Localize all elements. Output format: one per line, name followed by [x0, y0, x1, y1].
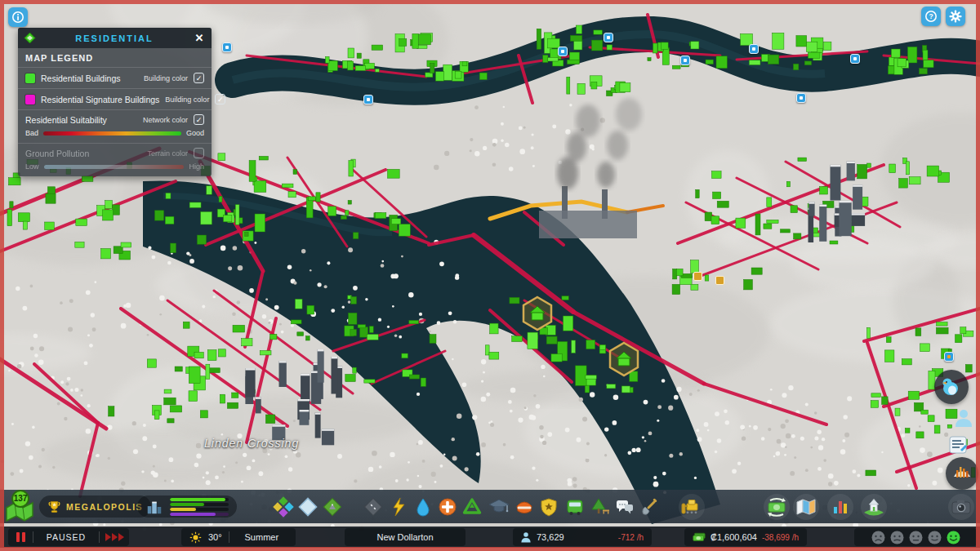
- main-toolbar: 137 MEGALOPOLIS: [0, 490, 980, 523]
- trophy-icon: [47, 500, 61, 513]
- network-color-checkbox[interactable]: ✓: [194, 114, 204, 125]
- toolbar-icon-landscaping[interactable]: [637, 495, 662, 519]
- population-icon: [521, 532, 531, 543]
- city-progress-icon: [145, 498, 163, 516]
- toolbar-icon-roads[interactable]: [361, 495, 385, 519]
- terrain-color-checkbox[interactable]: [194, 148, 204, 158]
- toolbar-icon-zones[interactable]: [271, 495, 296, 519]
- infoview-legend-panel: RESIDENTIAL ✕ MAP LEGEND Residential Bui…: [18, 28, 212, 176]
- money-widget[interactable]: ₡1,600,604 -38,699 /h: [684, 528, 807, 546]
- temperature-value: 30°: [208, 532, 222, 542]
- chirper-button[interactable]: [934, 370, 969, 404]
- city-level-value: 137: [11, 490, 29, 508]
- simulation-state-label: PAUSED: [33, 532, 99, 542]
- map-house-icon[interactable]: [715, 276, 724, 285]
- milestone-level-badge[interactable]: 137: [5, 490, 36, 523]
- info-mode-button[interactable]: [8, 7, 28, 27]
- money-rate: -38,699 /h: [762, 533, 799, 542]
- money-icon: [693, 532, 706, 542]
- signature-buildings-swatch: [25, 95, 35, 104]
- weather-widget[interactable]: 30° Summer: [181, 528, 296, 546]
- toolbar-icon-water[interactable]: [411, 495, 435, 519]
- map-transit-icon[interactable]: [749, 44, 759, 54]
- face-neutral-icon: [909, 531, 923, 544]
- citizen-icon: [953, 407, 974, 429]
- money-value: ₡1,600,604: [710, 532, 757, 542]
- toolbar-icon-progression[interactable]: [862, 495, 886, 519]
- residential-buildings-swatch: [25, 73, 35, 83]
- pause-button[interactable]: [8, 528, 33, 546]
- map-badge-residential-2[interactable]: [608, 341, 640, 377]
- toolbar-icon-economy[interactable]: [764, 495, 789, 519]
- population-widget[interactable]: 73,629 -712 /h: [513, 528, 652, 546]
- toolbar-icon-health[interactable]: [435, 495, 460, 519]
- toolbar-icon-parks[interactable]: [588, 495, 612, 519]
- population-value: 73,629: [537, 532, 564, 542]
- citizen-info-button[interactable]: [952, 407, 975, 429]
- map-transit-icon[interactable]: [222, 42, 232, 52]
- svg-text:?: ?: [929, 12, 933, 20]
- map-legend-heading: MAP LEGEND: [18, 48, 212, 68]
- help-button[interactable]: ?: [921, 7, 941, 26]
- toolbar-icon-police[interactable]: [537, 495, 561, 519]
- building-color-checkbox[interactable]: ✓: [194, 73, 204, 83]
- map-transit-icon[interactable]: [850, 54, 860, 64]
- happiness-widget[interactable]: [854, 528, 977, 546]
- sun-icon: [189, 531, 202, 544]
- settings-button[interactable]: [946, 7, 965, 26]
- season-label: Summer: [236, 532, 287, 542]
- face-sad-icon: [890, 531, 904, 544]
- toolbar-icon-areas[interactable]: [296, 495, 320, 519]
- map-house-icon[interactable]: [693, 272, 702, 281]
- legend-row-ground-pollution: Ground Pollution Terrain color Low High: [18, 144, 212, 176]
- district-label: Linden Crossing: [204, 437, 299, 450]
- pollution-gradient-bar: [44, 165, 185, 169]
- suitability-gradient-bar: [43, 131, 181, 136]
- legend-row-residential-buildings: Residential Buildings Building color ✓: [18, 68, 212, 89]
- map-transit-icon[interactable]: [558, 47, 568, 56]
- building-color-checkbox[interactable]: ✓: [215, 94, 225, 104]
- residential-zone-icon: [24, 32, 36, 44]
- toolbar-icon-terrain[interactable]: [320, 495, 345, 519]
- toolbar-icon-transportation[interactable]: [563, 495, 587, 519]
- map-transit-icon[interactable]: [680, 56, 690, 65]
- city-name-widget[interactable]: New Dollarton: [345, 528, 466, 546]
- legend-row-signature-buildings: Residential Signature Buildings Building…: [18, 89, 212, 110]
- game-viewport: Linden Crossing: [0, 0, 980, 551]
- radio-button[interactable]: [946, 457, 978, 490]
- toolbar-icon-fire[interactable]: [512, 495, 537, 519]
- chirper-bird-icon: [939, 375, 964, 399]
- map-transit-icon[interactable]: [363, 95, 373, 104]
- close-icon[interactable]: ✕: [193, 33, 206, 43]
- happiness-faces: [871, 531, 960, 544]
- toolbar-icon-electricity[interactable]: [386, 495, 411, 519]
- toolbar-icon-communications[interactable]: [612, 495, 637, 519]
- radio-icon: [951, 462, 973, 485]
- progress-bars: [170, 498, 229, 516]
- toolbar-icon-photo-mode[interactable]: [949, 495, 973, 519]
- legend-title: RESIDENTIAL: [36, 33, 193, 43]
- city-name: New Dollarton: [376, 532, 433, 542]
- speed-up-button[interactable]: [100, 533, 129, 541]
- map-upgrade-icon[interactable]: [944, 352, 954, 362]
- milestone-name: MEGALOPOLIS: [66, 502, 143, 512]
- population-rate: -712 /h: [618, 533, 644, 542]
- status-bar: PAUSED 30° Summer New Dollarton 73,629: [0, 527, 980, 548]
- face-content-icon: [928, 531, 942, 544]
- toolbar-icon-bulldozer[interactable]: [679, 495, 704, 519]
- map-badge-residential-1[interactable]: [521, 295, 554, 331]
- toolbar-icon-education[interactable]: [487, 495, 511, 519]
- legend-row-suitability: Residential Suitability Network color ✓ …: [18, 110, 212, 144]
- milestone-pill[interactable]: MEGALOPOLIS: [39, 490, 151, 523]
- toolbar-icon-info-views[interactable]: [794, 495, 818, 519]
- face-happy-icon: [947, 531, 960, 544]
- map-transit-icon[interactable]: [796, 93, 806, 103]
- toolbar-icon-statistics[interactable]: [828, 495, 853, 519]
- face-very-sad-icon: [871, 531, 885, 544]
- map-transit-icon[interactable]: [604, 33, 613, 42]
- toolbar-icon-garbage[interactable]: [460, 495, 484, 519]
- simulation-speed-control: PAUSED: [8, 528, 129, 546]
- progress-pill[interactable]: [137, 490, 237, 523]
- journal-icon: [947, 434, 969, 455]
- journal-button[interactable]: [946, 433, 970, 457]
